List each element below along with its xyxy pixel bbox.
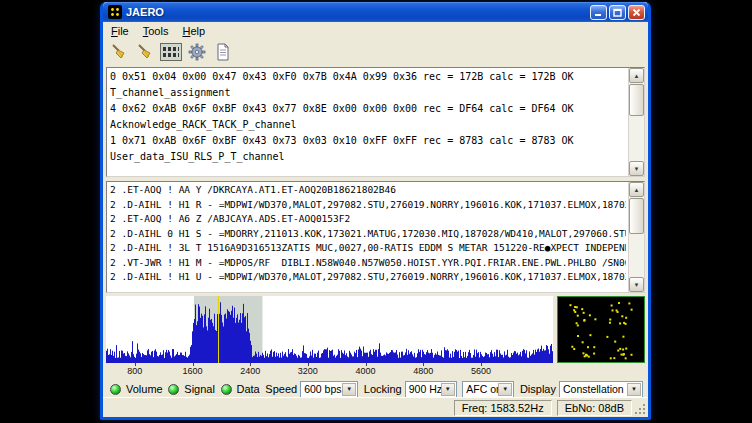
spectrum-display[interactable]: 800160024003200400048005600 <box>106 296 553 378</box>
acars-log-line: 2 .D-AIHL ! H1 R - =MDPWI/WD370,MALOT,29… <box>110 198 626 213</box>
hex-log-line: Acknowledge_RACK_TACK_P_channel <box>110 117 626 133</box>
arrow-down-icon: ▼ <box>634 282 640 288</box>
acars-log-lines: 2 .ET-AOQ ! AA Y /DKRCAYA.AT1.ET-AOQ20B1… <box>110 183 626 291</box>
volume-label: Volume <box>126 383 163 395</box>
spectrum-axis-label: 3200 <box>298 366 318 376</box>
hex-log-panel[interactable]: 0 0x51 0x04 0x00 0x47 0x43 0xF0 0x7B 0x4… <box>106 67 645 177</box>
data-led-icon <box>221 384 232 395</box>
spectrum-axis-label: 2400 <box>240 366 260 376</box>
gear-icon <box>188 43 206 61</box>
speed-label: Speed <box>265 383 297 395</box>
displays-row: 800160024003200400048005600 <box>106 296 645 378</box>
menu-file[interactable]: File <box>104 24 136 38</box>
hex-log-line: 0 0x51 0x04 0x00 0x47 0x43 0xF0 0x7B 0x4… <box>110 69 626 85</box>
locking-value: 900 Hz <box>409 383 442 395</box>
spectrum-axis-label: 800 <box>127 366 142 376</box>
spectrum-axis-label: 1600 <box>183 366 203 376</box>
counter-display <box>159 40 183 64</box>
freq-status: Freq: 1583.52Hz <box>454 400 552 416</box>
resize-grip[interactable] <box>634 403 646 415</box>
hex-log-scrollbar[interactable]: ▲ ▼ <box>628 68 644 176</box>
acars-log-line: 2 .D-AIHL ! 3L T 1516A9D316513ZATIS MUC,… <box>110 241 626 256</box>
spectrum-canvas[interactable] <box>106 296 553 363</box>
arrow-up-icon: ▲ <box>634 73 640 79</box>
hex-log-line: User_data_ISU_RLS_P_T_channel <box>110 149 626 165</box>
acars-log-line: 2 .D-AIHL 0 H1 S - =MDORRY,211013.KOK,17… <box>110 227 626 242</box>
locking-control: Locking 900 Hz ▼ <box>364 381 457 398</box>
minimize-button[interactable] <box>590 5 607 20</box>
speed-control: Speed 600 bps ▼ <box>265 381 358 398</box>
display-value: Constellation <box>563 383 624 395</box>
signal-indicator: Signal <box>168 383 215 395</box>
dropdown-arrow-icon[interactable]: ▼ <box>441 383 455 396</box>
dropdown-arrow-icon[interactable]: ▼ <box>498 383 512 396</box>
afc-select[interactable]: AFC on ▼ <box>462 381 514 398</box>
locking-label: Locking <box>364 383 402 395</box>
acars-log-line: 2 .ET-AOQ ! AA Y /DKRCAYA.AT1.ET-AOQ20B1… <box>110 183 626 198</box>
locking-select[interactable]: 900 Hz ▼ <box>405 381 457 398</box>
menubar: File Tools Help <box>103 22 648 39</box>
data-indicator: Data <box>221 383 260 395</box>
acars-log-panel[interactable]: 2 .ET-AOQ ! AA Y /DKRCAYA.AT1.ET-AOQ20B1… <box>106 181 645 293</box>
acars-log-scrollbar[interactable]: ▲ ▼ <box>628 182 644 292</box>
hex-log-line: 1 0x71 0xAB 0x6F 0xBF 0x43 0x73 0x03 0x1… <box>110 133 626 149</box>
volume-led-icon <box>110 384 121 395</box>
spectrum-axis-label: 4000 <box>356 366 376 376</box>
display-label: Display <box>520 383 556 395</box>
display-select[interactable]: Constellation ▼ <box>559 381 643 398</box>
dropdown-arrow-icon[interactable]: ▼ <box>627 383 641 396</box>
speed-select[interactable]: 600 bps ▼ <box>300 381 358 398</box>
display-control: Display Constellation ▼ <box>520 381 643 398</box>
scroll-down-button[interactable]: ▼ <box>629 277 644 292</box>
spectrum-axis-label: 5600 <box>471 366 491 376</box>
main-content: 0 0x51 0x04 0x00 0x47 0x43 0xF0 0x7B 0x4… <box>103 65 648 397</box>
scroll-up-button[interactable]: ▲ <box>629 68 644 83</box>
spectrum-axis-label: 4800 <box>413 366 433 376</box>
scroll-thumb[interactable] <box>629 198 644 234</box>
app-icon <box>108 5 122 19</box>
counter-lcd-icon <box>160 43 182 61</box>
toolbar <box>103 39 648 65</box>
signal-label: Signal <box>184 383 215 395</box>
hex-log-lines: 0 0x51 0x04 0x00 0x47 0x43 0xF0 0x7B 0x4… <box>110 69 626 175</box>
scroll-up-button[interactable]: ▲ <box>629 182 644 197</box>
settings-button[interactable] <box>185 40 209 64</box>
jaero-window: JAERO File Tools Help <box>100 2 651 420</box>
titlebar[interactable]: JAERO <box>103 2 648 22</box>
acars-log-line: 2 .D-AIHL ! H1 U - =MDPWI/WD370,MALOT,29… <box>110 270 626 285</box>
arrow-down-icon: ▼ <box>634 166 640 172</box>
data-label: Data <box>237 383 260 395</box>
scroll-thumb[interactable] <box>629 84 644 116</box>
hex-log-line: T_channel_assignment <box>110 85 626 101</box>
constellation-display <box>557 296 645 363</box>
menu-tools[interactable]: Tools <box>136 24 176 38</box>
menu-help[interactable]: Help <box>175 24 212 38</box>
ebno-status: EbNo: 08dB <box>557 400 632 416</box>
scroll-down-button[interactable]: ▼ <box>629 161 644 176</box>
clear-hex-log-button[interactable] <box>107 40 131 64</box>
broom-icon <box>136 43 154 61</box>
desktop-background: JAERO File Tools Help <box>0 0 752 423</box>
afc-control: AFC on ▼ <box>462 381 514 398</box>
volume-indicator: Volume <box>110 383 163 395</box>
spectrum-axis: 800160024003200400048005600 <box>106 363 553 378</box>
statusbar: Freq: 1583.52Hz EbNo: 08dB <box>103 397 648 417</box>
speed-value: 600 bps <box>304 383 341 395</box>
logging-button[interactable] <box>211 40 235 64</box>
dropdown-arrow-icon[interactable]: ▼ <box>342 383 356 396</box>
signal-led-icon <box>168 384 179 395</box>
broom-icon <box>110 43 128 61</box>
window-title: JAERO <box>126 6 588 18</box>
constellation-canvas <box>558 297 644 362</box>
acars-log-line: 2 .ET-AOQ ! A6 Z /ABJCAYA.ADS.ET-AOQ0153… <box>110 212 626 227</box>
maximize-button[interactable] <box>609 5 626 20</box>
hex-log-line: 4 0x62 0xAB 0x6F 0xBF 0x43 0x77 0x8E 0x0… <box>110 101 626 117</box>
clear-acars-log-button[interactable] <box>133 40 157 64</box>
controls-row: Volume Signal Data Speed 600 bps ▼ <box>106 380 645 397</box>
close-button[interactable] <box>628 5 645 20</box>
document-icon <box>215 43 231 61</box>
arrow-up-icon: ▲ <box>634 187 640 193</box>
acars-log-line: 2 .VT-JWR ! H1 M - =MDPOS/RF DIBLI.N58W0… <box>110 256 626 271</box>
afc-value: AFC on <box>466 383 502 395</box>
